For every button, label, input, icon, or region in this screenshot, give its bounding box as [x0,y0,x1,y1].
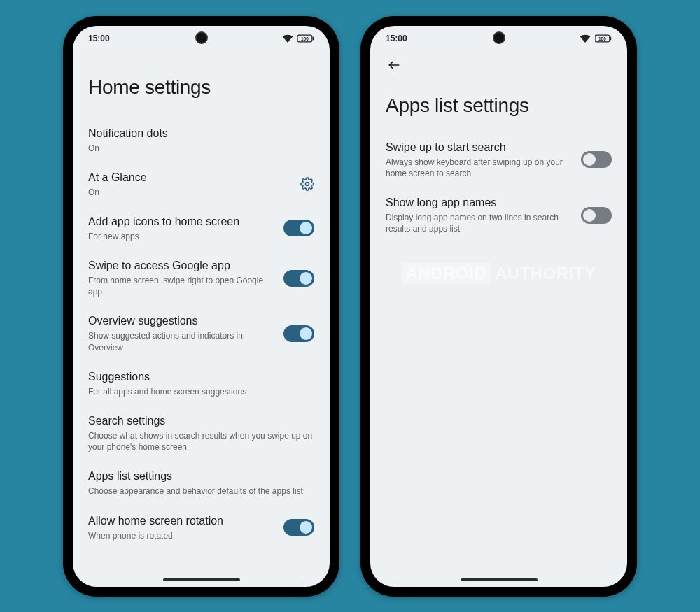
gesture-bar[interactable] [163,578,240,581]
setting-notification-dots[interactable]: Notification dots On [88,118,314,162]
status-time: 15:00 [386,34,407,43]
setting-subtitle: Always show keyboard after swiping up on… [386,157,574,179]
settings-content: Apps list settings Swipe up to start sea… [370,79,627,243]
setting-search-settings[interactable]: Search settings Choose what shows in sea… [88,406,314,461]
setting-swipe-up-search[interactable]: Swipe up to start search Always show key… [386,132,612,187]
settings-content: Home settings Notification dots On At a … [73,51,330,550]
setting-subtitle: On [88,187,282,198]
setting-subtitle: Choose appearance and behavior defaults … [88,485,314,497]
toggle-swipe-up-search[interactable] [581,151,612,168]
toggle-swipe-google[interactable] [284,270,314,287]
status-time: 15:00 [88,34,110,43]
setting-title: Swipe up to start search [386,141,574,155]
setting-title: Apps list settings [88,469,314,483]
svg-point-3 [306,183,309,186]
arrow-left-icon [387,58,401,72]
watermark: ANDROIDAUTHORITY [402,264,596,283]
svg-text:100: 100 [598,36,606,41]
page-title: Home settings [88,51,314,118]
setting-subtitle: For new apps [88,231,276,242]
setting-title: Show long app names [386,196,574,210]
gear-icon [300,177,314,191]
setting-title: Overview suggestions [88,314,276,328]
setting-title: Allow home screen rotation [88,514,276,528]
setting-overview-suggestions[interactable]: Overview suggestions Show suggested acti… [88,306,314,361]
battery-icon: 100 [298,34,314,43]
gesture-bar[interactable] [461,578,538,581]
setting-allow-rotation[interactable]: Allow home screen rotation When phone is… [88,506,314,550]
setting-subtitle: Display long app names on two lines in s… [386,212,574,234]
wifi-icon [282,34,293,43]
setting-subtitle: Choose what shows in search results when… [88,430,314,453]
svg-text:100: 100 [301,36,309,41]
back-button[interactable] [386,57,402,73]
watermark-part1: ANDROID [402,262,491,284]
setting-add-app-icons[interactable]: Add app icons to home screen For new app… [88,206,314,250]
setting-subtitle: Show suggested actions and indicators in… [88,330,276,353]
camera-cutout [195,31,208,44]
toggle-add-app-icons[interactable] [284,220,314,236]
camera-cutout [493,31,505,44]
setting-title: Add app icons to home screen [88,215,276,229]
screen-right: 15:00 100 Apps list settings Swipe up to… [370,26,627,587]
svg-rect-1 [313,36,314,40]
setting-swipe-google[interactable]: Swipe to access Google app From home scr… [88,250,314,306]
watermark-part2: AUTHORITY [495,264,596,283]
setting-show-long-app-names[interactable]: Show long app names Display long app nam… [386,187,612,243]
battery-icon: 100 [595,34,612,43]
setting-title: Notification dots [88,127,314,141]
setting-title: Suggestions [88,370,314,384]
toggle-overview-suggestions[interactable] [284,325,314,342]
setting-title: Swipe to access Google app [88,259,276,273]
gear-button[interactable] [289,177,314,191]
setting-subtitle: On [88,143,314,154]
wifi-icon [580,34,591,43]
setting-suggestions[interactable]: Suggestions For all apps and home screen… [88,362,314,406]
setting-at-a-glance[interactable]: At a Glance On [88,162,314,206]
setting-apps-list-settings[interactable]: Apps list settings Choose appearance and… [88,461,314,505]
setting-title: Search settings [88,414,314,428]
phone-left: 15:00 100 Home settings Notification dot… [63,16,340,597]
setting-subtitle: From home screen, swipe right to open Go… [88,275,276,297]
screen-left: 15:00 100 Home settings Notification dot… [73,26,330,587]
svg-rect-5 [610,36,612,40]
toggle-show-long-app-names[interactable] [581,207,612,224]
setting-subtitle: For all apps and home screen suggestions [88,386,314,397]
toggle-allow-rotation[interactable] [284,519,314,536]
page-title: Apps list settings [386,79,612,132]
setting-subtitle: When phone is rotated [88,530,276,541]
setting-title: At a Glance [88,171,282,185]
phone-right: 15:00 100 Apps list settings Swipe up to… [360,16,637,597]
